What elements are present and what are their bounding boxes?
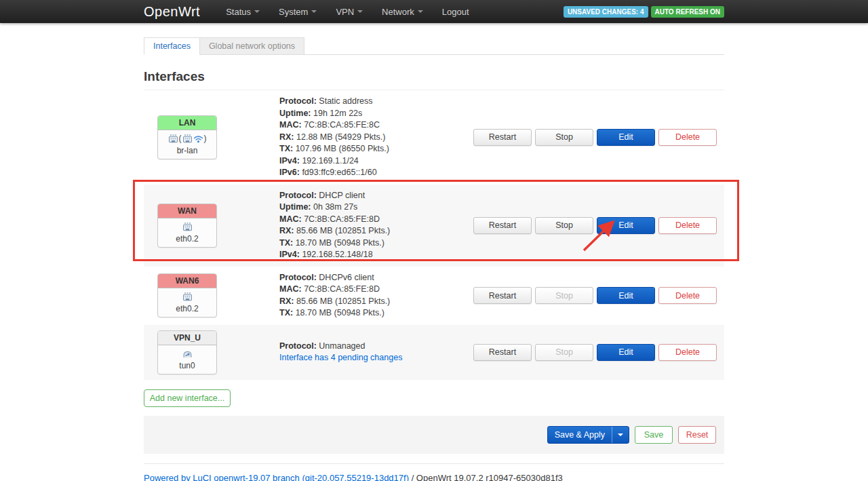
interface-device-icons: () [159, 133, 215, 145]
nav-item-system[interactable]: System [269, 0, 326, 23]
tab-global-network-options[interactable]: Global network options [200, 37, 304, 55]
nav-item-status[interactable]: Status [216, 0, 269, 23]
chevron-down-icon [418, 10, 423, 13]
chevron-down-icon [311, 10, 317, 13]
detail-label: IPv6: [279, 168, 300, 177]
interface-device-icons [159, 348, 215, 360]
interface-box: LAN () br-lan [157, 115, 217, 159]
detail-value: 18.70 MB (50948 Pkts.) [296, 238, 384, 248]
edit-button[interactable]: Edit [597, 129, 655, 146]
detail-value: fd93:ffc9:ed65::1/60 [302, 168, 376, 177]
pending-changes-link[interactable]: Interface has 4 pending changes [279, 352, 402, 364]
detail-value: 0h 38m 27s [313, 202, 357, 212]
ethernet-icon [168, 134, 178, 144]
interface-actions: Restart Stop Edit Delete [473, 344, 724, 361]
auto-refresh-badge[interactable]: AUTO REFRESH ON [651, 6, 725, 18]
openwrt-logo: OpenWrt [144, 4, 200, 20]
detail-label: Uptime: [279, 109, 311, 118]
bridge-close-paren: ) [204, 134, 207, 143]
branch-link[interactable]: openwrt-19.07 branch (git-20.057.55219-1… [214, 473, 409, 481]
interface-name: LAN [179, 118, 196, 128]
detail-value: 12.88 MB (54929 Pkts.) [296, 132, 385, 142]
nav-item-vpn[interactable]: VPN [326, 0, 372, 23]
nav-item-logout[interactable]: Logout [433, 0, 479, 23]
interface-row-wan: WAN eth0.2 Protocol: DHCP clientUptime: … [144, 185, 724, 267]
detail-label: MAC: [279, 214, 302, 224]
tunnel-icon [182, 349, 193, 359]
save-apply-dropdown-toggle[interactable] [612, 427, 629, 443]
detail-value: 107.96 MB (86550 Pkts.) [296, 144, 389, 153]
powered-by-luci-link[interactable]: Powered by LuCI [144, 473, 212, 481]
detail-label: RX: [279, 226, 294, 235]
save-and-apply-label: Save & Apply [548, 427, 612, 443]
interface-detail: Protocol: Static address [279, 96, 473, 108]
interface-detail: IPv4: 192.168.52.148/18 [279, 249, 473, 261]
detail-label: TX: [279, 144, 293, 153]
stop-button[interactable]: Stop [535, 217, 593, 234]
interface-detail: Uptime: 0h 38m 27s [279, 201, 473, 214]
unsaved-changes-badge[interactable]: UNSAVED CHANGES: 4 [564, 6, 648, 18]
interface-detail: MAC: 7C:8B:CA:85:FE:8C [279, 119, 473, 132]
interface-row-lan: LAN () br-lan Protocol: Static addressUp… [144, 90, 724, 185]
interface-row-vpn_u: VPN_U tun0 Protocol: UnmanagedInterface … [144, 325, 724, 380]
interface-detail: IPv6: fd93:ffc9:ed65::1/60 [279, 167, 473, 179]
save-and-apply-button[interactable]: Save & Apply [547, 426, 629, 444]
detail-value: DHCPv6 client [319, 273, 374, 282]
tab-interfaces[interactable]: Interfaces [144, 37, 200, 55]
detail-value: 7C:8B:CA:85:FE:8D [304, 214, 380, 224]
nav-item-network[interactable]: Network [372, 0, 433, 23]
restart-button[interactable]: Restart [473, 129, 532, 146]
interface-detail: RX: 12.88 MB (54929 Pkts.) [279, 132, 473, 144]
interface-row-wan6: WAN6 eth0.2 Protocol: DHCPv6 clientMAC: … [144, 267, 724, 325]
detail-value: 85.66 MB (102851 Pkts.) [296, 296, 390, 306]
interface-detail: RX: 85.66 MB (102851 Pkts.) [279, 225, 473, 237]
interface-box: WAN6 eth0.2 [157, 273, 217, 318]
save-button[interactable]: Save [635, 426, 673, 444]
detail-label: RX: [279, 132, 294, 142]
edit-button[interactable]: Edit [597, 287, 655, 304]
interface-detail: Uptime: 19h 12m 22s [279, 108, 473, 120]
page-tabs: Interfaces Global network options [144, 37, 724, 55]
chevron-down-icon [254, 10, 260, 13]
interface-details: Protocol: UnmanagedInterface has 4 pendi… [279, 341, 473, 364]
add-new-interface-button[interactable]: Add new interface... [144, 389, 231, 407]
interface-detail: TX: 18.70 MB (50948 Pkts.) [279, 307, 473, 320]
interface-name: VPN_U [174, 333, 201, 343]
stop-button[interactable]: Stop [535, 287, 593, 304]
interface-device-icons [159, 291, 215, 303]
detail-label: TX: [279, 238, 293, 248]
restart-button[interactable]: Restart [473, 287, 532, 304]
interface-details: Protocol: DHCP clientUptime: 0h 38m 27sM… [279, 190, 473, 261]
detail-label: Uptime: [279, 202, 311, 212]
detail-value: 85.66 MB (102851 Pkts.) [296, 226, 390, 235]
interface-detail: Protocol: Unmanaged [279, 341, 473, 353]
delete-button[interactable]: Delete [658, 287, 717, 304]
navbar-badges: UNSAVED CHANGES: 4 AUTO REFRESH ON [564, 6, 724, 18]
reset-button[interactable]: Reset [678, 426, 716, 444]
interface-detail: IPv4: 192.169.1.1/24 [279, 155, 473, 168]
openwrt-version-text: / OpenWrt 19.07.2 r10947-65030d81f3 [412, 473, 563, 481]
interface-device-name: br-lan [159, 146, 215, 155]
interface-zone-header: VPN_U [158, 331, 216, 345]
interface-box: WAN eth0.2 [157, 204, 217, 248]
delete-button[interactable]: Delete [658, 344, 717, 361]
restart-button[interactable]: Restart [473, 217, 532, 234]
stop-button[interactable]: Stop [535, 129, 593, 146]
delete-button[interactable]: Delete [658, 129, 717, 146]
detail-value: 18.70 MB (50948 Pkts.) [296, 308, 384, 318]
nav-item-label: Network [382, 7, 414, 17]
save-bar: Save & Apply Save Reset [144, 416, 724, 454]
edit-button[interactable]: Edit [597, 344, 655, 361]
delete-button[interactable]: Delete [658, 217, 717, 234]
interface-device-name: tun0 [159, 361, 215, 370]
stop-button[interactable]: Stop [535, 344, 593, 361]
interface-details: Protocol: Static addressUptime: 19h 12m … [279, 96, 473, 179]
detail-label: RX: [279, 296, 294, 306]
nav-item-label: System [279, 7, 308, 17]
detail-value: Static address [319, 96, 372, 106]
restart-button[interactable]: Restart [473, 344, 532, 361]
detail-label: MAC: [279, 120, 302, 130]
edit-button[interactable]: Edit [597, 217, 655, 234]
chevron-down-icon [618, 434, 623, 436]
interface-detail: TX: 18.70 MB (50948 Pkts.) [279, 237, 473, 250]
